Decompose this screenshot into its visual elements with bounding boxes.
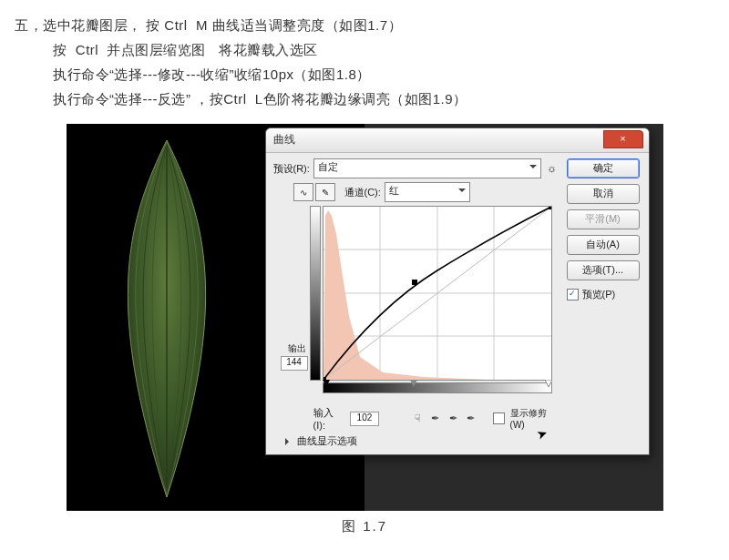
channel-value: 红 — [389, 185, 399, 196]
mid-point-slider[interactable] — [410, 380, 417, 387]
curve-display-options-toggle[interactable]: 曲线显示选项 — [286, 434, 560, 448]
figure-caption: 图 1.7 — [67, 511, 663, 543]
instruction-line: 执行命令“选择---反选” ，按Ctrl L色阶将花瓣边缘调亮（如图1.9） — [15, 87, 714, 111]
ok-button[interactable]: 确定 — [567, 158, 640, 178]
curve-point[interactable] — [412, 280, 417, 285]
input-value-field[interactable]: 102 — [350, 412, 380, 426]
show-clip-label: 显示修剪(W) — [510, 407, 560, 430]
leaf-illustration — [103, 137, 231, 501]
channel-combo[interactable]: 红 — [385, 182, 470, 202]
preset-value: 自定 — [318, 161, 338, 172]
curve-mode-spline-icon[interactable]: ∿ — [293, 183, 313, 201]
output-value-field[interactable]: 144 — [281, 356, 308, 371]
preview-label: 预览(P) — [582, 288, 616, 301]
preset-row: 预设(R): 自定 ☼ — [273, 158, 560, 178]
preset-label: 预设(R): — [273, 162, 310, 176]
preset-combo[interactable]: 自定 — [313, 158, 541, 178]
curve-mode-pencil-icon[interactable]: ✎ — [315, 183, 335, 201]
input-label: 输入(I): — [313, 406, 344, 431]
instruction-line: 按 Ctrl 并点图层缩览图 将花瓣载入选区 — [15, 37, 714, 62]
chevron-right-icon — [285, 438, 293, 445]
curve-graph-area: 输出(O): 144 — [282, 206, 556, 397]
dialog-titlebar[interactable]: 曲线 × — [266, 128, 649, 153]
close-icon: × — [620, 133, 625, 144]
instruction-line: 执行命令“选择---修改---收缩”收缩10px（如图1.8） — [15, 62, 714, 87]
white-dropper-icon[interactable]: ✒ — [465, 412, 477, 425]
vertical-gradient-strip — [310, 206, 321, 381]
curve-svg — [323, 207, 551, 380]
channel-row: ∿ ✎ 通道(C): 红 — [293, 182, 560, 202]
dialog-title: 曲线 — [273, 132, 295, 148]
channel-label: 通道(C): — [344, 186, 381, 199]
curve-mode-toggle: ∿ ✎ — [293, 183, 335, 201]
input-row: 输入(I): 102 ☟ ✒ ✒ ✒ 显示修剪(W) — [313, 406, 560, 431]
gray-dropper-icon[interactable]: ✒ — [447, 412, 458, 425]
figure-canvas: 曲线 × 预设(R): 自定 ☼ ∿ — [67, 124, 663, 511]
preview-checkbox[interactable] — [567, 289, 579, 300]
auto-button[interactable]: 自动(A) — [567, 235, 640, 255]
white-point-slider[interactable] — [545, 380, 552, 387]
figure-wrapper: 曲线 × 预设(R): 自定 ☼ ∿ — [67, 124, 663, 543]
curves-dialog: 曲线 × 预设(R): 自定 ☼ ∿ — [265, 127, 650, 455]
black-point-slider[interactable] — [323, 380, 330, 387]
curve-point[interactable] — [549, 207, 551, 209]
smooth-button: 平滑(M) — [567, 209, 640, 229]
close-button[interactable]: × — [603, 130, 643, 148]
black-dropper-icon[interactable]: ✒ — [429, 412, 441, 425]
instructions-block: 五，选中花瓣图层， 按 Ctrl M 曲线适当调整亮度（如图1.7） 按 Ctr… — [0, 0, 729, 118]
preset-menu-icon[interactable]: ☼ — [545, 161, 560, 176]
dialog-left-column: 预设(R): 自定 ☼ ∿ ✎ 通道(C): 红 — [273, 158, 560, 448]
show-clip-checkbox[interactable] — [493, 412, 505, 424]
dialog-right-column: 确定 取消 平滑(M) 自动(A) 选项(T)... 预览(P) — [560, 158, 640, 448]
options-button[interactable]: 选项(T)... — [567, 260, 640, 280]
finger-point-icon[interactable]: ☟ — [411, 412, 423, 425]
curve-display-options-label: 曲线显示选项 — [297, 434, 357, 448]
curve-grid[interactable] — [323, 206, 552, 381]
instruction-line: 五，选中花瓣图层， 按 Ctrl M 曲线适当调整亮度（如图1.7） — [15, 13, 714, 37]
hist-slider-markers — [323, 380, 552, 389]
dialog-body: 预设(R): 自定 ☼ ∿ ✎ 通道(C): 红 — [266, 153, 649, 453]
preview-row: 预览(P) — [567, 288, 640, 301]
cancel-button[interactable]: 取消 — [567, 184, 640, 204]
